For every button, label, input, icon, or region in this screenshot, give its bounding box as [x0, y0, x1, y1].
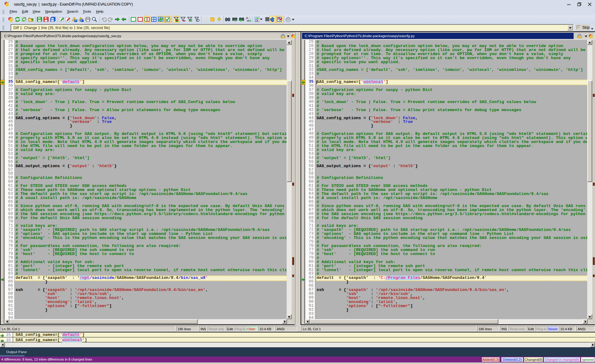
svg-text:A: A: [247, 19, 249, 22]
svg-text:B: B: [249, 19, 251, 22]
